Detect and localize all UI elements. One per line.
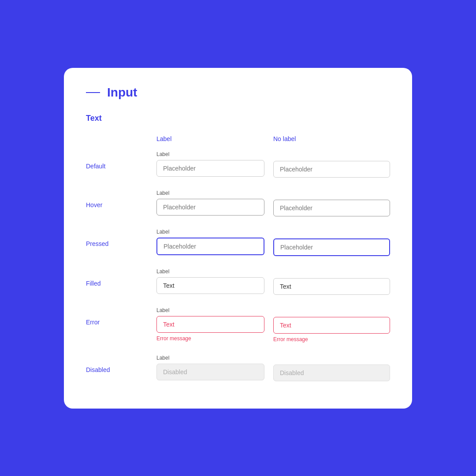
input-filled-no-label[interactable] (273, 278, 390, 295)
row-disabled: Disabled Label (86, 350, 390, 387)
row-error: Error Label Error message Error message (86, 302, 390, 348)
input-group-error-nolabel: Error message (273, 307, 390, 342)
field-label-default: Label (156, 151, 264, 157)
row-name-disabled: Disabled (86, 355, 156, 373)
columns-header: Label No label (86, 135, 390, 142)
input-disabled-with-label (156, 364, 264, 380)
field-label-filled: Label (156, 268, 264, 275)
rows-container: Default Label Hover Label Pres (86, 146, 390, 387)
card-header: Input (86, 86, 390, 100)
section-label: Text (86, 114, 390, 123)
col-spacer (86, 135, 156, 142)
header-accent-line (86, 92, 100, 93)
row-pressed: Pressed Label (86, 223, 390, 261)
input-group-disabled-label: Label (156, 355, 273, 380)
input-default-with-label[interactable] (156, 160, 264, 177)
row-hover: Hover Label (86, 185, 390, 222)
input-pressed-no-label[interactable] (273, 238, 390, 256)
field-label-pressed: Label (156, 229, 264, 235)
page-title: Input (107, 86, 137, 100)
input-group-error-label: Label Error message (156, 307, 273, 342)
input-hover-no-label[interactable] (273, 200, 390, 216)
input-error-with-label[interactable] (156, 316, 264, 333)
row-name-pressed: Pressed (86, 229, 156, 247)
input-group-default-nolabel (273, 151, 390, 178)
error-message-nolabel: Error message (273, 336, 390, 342)
input-group-disabled-nolabel (273, 355, 390, 381)
row-name-error: Error (86, 307, 156, 326)
input-disabled-no-label (273, 364, 390, 381)
col-label-nolabel: No label (273, 135, 390, 142)
col-label-label: Label (156, 135, 273, 142)
row-name-hover: Hover (86, 190, 156, 208)
row-name-filled: Filled (86, 268, 156, 287)
input-group-default-label: Label (156, 151, 273, 177)
field-label-hover: Label (156, 190, 264, 196)
row-name-default: Default (86, 151, 156, 170)
input-group-hover-label: Label (156, 190, 273, 216)
row-default: Default Label (86, 146, 390, 183)
input-group-filled-label: Label (156, 268, 273, 294)
input-default-no-label[interactable] (273, 161, 390, 178)
input-hover-with-label[interactable] (156, 199, 264, 216)
field-label-error: Label (156, 307, 264, 313)
input-filled-with-label[interactable] (156, 277, 264, 294)
input-group-pressed-label: Label (156, 229, 273, 255)
error-message-label: Error message (156, 335, 264, 342)
input-error-no-label[interactable] (273, 317, 390, 334)
row-filled: Filled Label (86, 263, 390, 300)
input-group-hover-nolabel (273, 190, 390, 216)
main-card: Input Text Label No label Default Label … (64, 68, 412, 409)
input-group-filled-nolabel (273, 268, 390, 295)
field-label-disabled: Label (156, 355, 264, 361)
input-group-pressed-nolabel (273, 229, 390, 256)
input-pressed-with-label[interactable] (156, 238, 264, 255)
